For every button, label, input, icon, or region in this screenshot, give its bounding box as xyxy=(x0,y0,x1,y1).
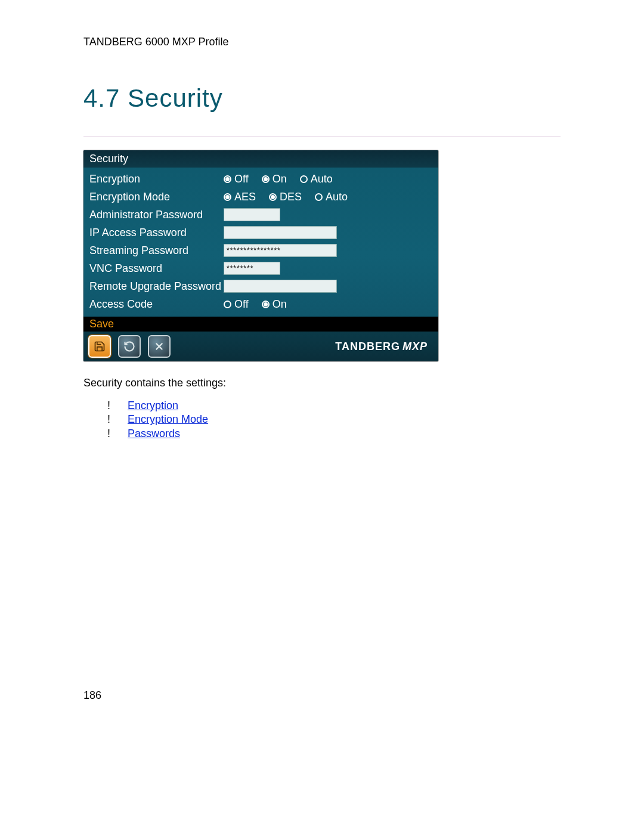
brand-logo: TANDBERG MXP xyxy=(335,340,434,353)
radio-label: On xyxy=(273,173,287,185)
ip-password-input[interactable] xyxy=(224,226,337,239)
bullet: ! xyxy=(107,413,111,426)
radio-dot-icon xyxy=(315,193,323,201)
row-vnc-password: VNC Password xyxy=(89,259,432,277)
page-number: 186 xyxy=(83,689,101,702)
label-remote-password: Remote Upgrade Password xyxy=(89,280,224,293)
body-text: Security contains the settings: xyxy=(83,377,561,389)
list-item: ! Encryption Mode xyxy=(83,413,561,426)
radio-access-on[interactable]: On xyxy=(262,298,287,311)
label-encryption-mode: Encryption Mode xyxy=(89,191,224,203)
radio-mode-des[interactable]: DES xyxy=(269,191,302,203)
bullet: ! xyxy=(107,399,111,413)
radio-encryption-on[interactable]: On xyxy=(262,173,287,185)
radio-dot-icon xyxy=(262,175,270,183)
row-remote-password: Remote Upgrade Password xyxy=(89,277,432,295)
floppy-icon xyxy=(94,340,106,352)
security-panel: Security Encryption Off On Auto Encr xyxy=(83,150,438,361)
radio-dot-icon xyxy=(224,193,231,201)
panel-toolbar: TANDBERG MXP xyxy=(83,332,438,361)
doc-header: TANDBERG 6000 MXP Profile xyxy=(83,36,561,48)
admin-password-input[interactable] xyxy=(224,208,280,221)
radio-mode-auto[interactable]: Auto xyxy=(315,191,348,203)
save-button[interactable] xyxy=(88,335,111,358)
radio-encryption-off[interactable]: Off xyxy=(224,173,249,185)
radio-label: Auto xyxy=(326,191,348,203)
row-ip-password: IP Access Password xyxy=(89,224,432,241)
link-encryption-mode[interactable]: Encryption Mode xyxy=(128,413,208,426)
radio-dot-icon xyxy=(224,175,231,183)
label-access-code: Access Code xyxy=(89,298,224,311)
section-title: 4.7 Security xyxy=(83,84,561,113)
save-label: Save xyxy=(83,317,438,332)
row-streaming-password: Streaming Password xyxy=(89,241,432,259)
radio-label: On xyxy=(273,298,287,311)
radio-label: DES xyxy=(280,191,302,203)
radio-encryption-auto[interactable]: Auto xyxy=(300,173,333,185)
radio-dot-icon xyxy=(300,175,308,183)
radio-dot-icon xyxy=(269,193,277,201)
close-icon xyxy=(154,341,165,352)
list-item: ! Passwords xyxy=(83,427,561,441)
list-item: ! Encryption xyxy=(83,399,561,413)
panel-title: Security xyxy=(83,150,438,168)
radio-label: Off xyxy=(234,173,249,185)
row-encryption-mode: Encryption Mode AES DES Auto xyxy=(89,188,432,206)
remote-password-input[interactable] xyxy=(224,280,337,293)
label-ip-password: IP Access Password xyxy=(89,227,224,239)
close-button[interactable] xyxy=(148,335,171,358)
divider xyxy=(83,137,561,137)
label-streaming-password: Streaming Password xyxy=(89,244,224,257)
radio-label: Off xyxy=(234,298,249,311)
link-encryption[interactable]: Encryption xyxy=(128,399,178,413)
bullet: ! xyxy=(107,427,111,441)
panel-form: Encryption Off On Auto Encryption Mode xyxy=(83,168,438,317)
label-encryption: Encryption xyxy=(89,173,224,185)
brand-suffix: MXP xyxy=(402,340,428,353)
link-passwords[interactable]: Passwords xyxy=(128,427,180,441)
radio-label: Auto xyxy=(311,173,333,185)
brand-text: TANDBERG xyxy=(335,340,400,353)
refresh-button[interactable] xyxy=(118,335,141,358)
row-access-code: Access Code Off On xyxy=(89,295,432,313)
radio-label: AES xyxy=(234,191,256,203)
streaming-password-input[interactable] xyxy=(224,244,337,257)
row-admin-password: Administrator Password xyxy=(89,206,432,224)
vnc-password-input[interactable] xyxy=(224,262,280,275)
refresh-icon xyxy=(123,340,135,352)
link-list: ! Encryption ! Encryption Mode ! Passwor… xyxy=(83,399,561,441)
radio-dot-icon xyxy=(224,301,231,308)
radio-mode-aes[interactable]: AES xyxy=(224,191,256,203)
radio-access-off[interactable]: Off xyxy=(224,298,249,311)
label-vnc-password: VNC Password xyxy=(89,262,224,275)
radio-dot-icon xyxy=(262,301,270,308)
label-admin-password: Administrator Password xyxy=(89,209,224,221)
row-encryption: Encryption Off On Auto xyxy=(89,170,432,188)
